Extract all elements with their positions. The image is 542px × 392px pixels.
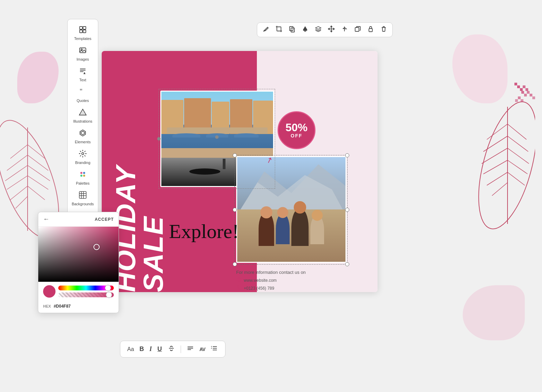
website-text: www.website.com — [244, 278, 277, 283]
flip-tool[interactable] — [341, 25, 348, 34]
svg-line-20 — [492, 183, 508, 196]
svg-rect-40 — [83, 27, 86, 29]
svg-rect-88 — [369, 29, 372, 32]
templates-icon — [79, 25, 87, 36]
svg-rect-87 — [355, 28, 359, 31]
fill-tool[interactable] — [302, 25, 309, 34]
images-label: Images — [77, 57, 89, 61]
svg-marker-86 — [344, 27, 347, 29]
bold-tool[interactable]: B — [140, 345, 144, 353]
svg-rect-27 — [517, 85, 520, 88]
illustrations-label: Illustrations — [73, 119, 92, 123]
elements-label: Elements — [75, 140, 91, 144]
badge-percent: 50% — [285, 122, 308, 133]
underline-tool[interactable]: U — [158, 345, 162, 353]
svg-line-12 — [28, 186, 45, 200]
svg-point-56 — [80, 175, 82, 177]
svg-line-9 — [28, 155, 48, 171]
svg-rect-75 — [291, 28, 294, 32]
position-tool[interactable] — [328, 25, 335, 34]
decor-pixel-right — [480, 76, 542, 180]
alpha-slider[interactable] — [58, 292, 114, 297]
color-sliders — [38, 282, 119, 301]
av-spacing-tool[interactable]: AV — [200, 347, 205, 352]
svg-line-8 — [28, 145, 45, 158]
phone-icon — [236, 285, 242, 291]
svg-rect-34 — [530, 94, 532, 96]
svg-line-6 — [10, 186, 28, 200]
layers-tool[interactable] — [315, 25, 322, 34]
hex-row: HEX #D04F87 — [38, 301, 119, 313]
sidebar-item-templates[interactable]: Templates — [68, 23, 98, 43]
svg-line-2 — [10, 145, 28, 158]
quotes-label: Quotes — [77, 99, 89, 103]
sidebar-item-elements[interactable]: Elements — [68, 126, 98, 147]
strikethrough-tool[interactable] — [168, 344, 175, 354]
toolbar-divider-1 — [181, 345, 181, 353]
svg-point-57 — [83, 175, 85, 177]
svg-point-55 — [83, 172, 85, 174]
explore-text: Explore! — [169, 220, 239, 243]
svg-rect-31 — [521, 91, 524, 94]
delete-tool[interactable] — [380, 25, 387, 34]
hex-value[interactable]: #D04F87 — [54, 304, 71, 309]
svg-rect-28 — [520, 88, 523, 91]
holiday-sale-text: HOLIDAY SALE — [112, 96, 167, 292]
branding-label: Branding — [75, 161, 90, 165]
bg-blob-right-bottom — [463, 285, 525, 340]
sidebar-item-backgrounds[interactable]: Backgrounds — [68, 188, 98, 209]
friends-image[interactable] — [236, 156, 347, 263]
templates-label: Templates — [74, 37, 91, 41]
canvas: HOLIDAY SALE — [102, 51, 378, 292]
italic-tool[interactable]: I — [150, 345, 152, 353]
svg-point-54 — [80, 172, 82, 174]
svg-marker-101 — [211, 348, 212, 349]
elements-icon — [79, 129, 87, 139]
hex-label: HEX — [43, 304, 51, 308]
sidebar-item-images[interactable]: Images — [68, 43, 98, 64]
hue-slider[interactable] — [58, 286, 114, 290]
contact-title: For more information contact us on — [236, 270, 306, 275]
crop-tool[interactable] — [275, 25, 282, 34]
align-tool[interactable] — [187, 344, 194, 354]
svg-marker-80 — [331, 26, 332, 27]
lock-tool[interactable] — [367, 25, 374, 34]
svg-line-10 — [28, 165, 50, 181]
alpha-handle[interactable] — [106, 292, 112, 298]
pen-tool[interactable] — [262, 25, 269, 34]
color-cursor — [93, 244, 100, 250]
bg-blob-left-top — [17, 52, 59, 103]
svg-line-7 — [16, 196, 28, 208]
svg-rect-36 — [518, 96, 521, 99]
svg-rect-33 — [527, 91, 530, 94]
svg-marker-83 — [333, 28, 334, 30]
copy-style-tool[interactable] — [289, 25, 295, 34]
quotes-icon: " — [79, 87, 87, 98]
svg-rect-39 — [80, 27, 82, 29]
font-size-tool[interactable]: Aa — [127, 346, 134, 352]
color-gradient-picker[interactable] — [38, 227, 119, 282]
sidebar-item-branding[interactable]: Branding — [68, 147, 98, 167]
sidebar-item-palettes[interactable]: Palettes — [68, 167, 98, 188]
svg-marker-85 — [342, 27, 344, 29]
sale-badge: 50% OFF — [278, 111, 315, 149]
hue-handle[interactable] — [105, 285, 111, 291]
svg-marker-82 — [328, 28, 329, 30]
color-picker-header: ← ACCEPT — [38, 212, 119, 227]
svg-rect-41 — [80, 30, 82, 33]
svg-text:": " — [80, 87, 82, 95]
branding-icon — [79, 149, 87, 160]
color-picker-accept[interactable]: ACCEPT — [95, 217, 114, 222]
svg-rect-30 — [525, 88, 528, 91]
sidebar-item-quotes[interactable]: " Quotes — [68, 85, 98, 105]
color-picker-back[interactable]: ← — [43, 216, 49, 223]
sidebar-item-illustrations[interactable]: Illustrations — [68, 105, 98, 126]
svg-line-4 — [5, 165, 28, 181]
svg-rect-74 — [290, 27, 293, 31]
top-toolbar — [257, 22, 393, 37]
line-spacing-tool[interactable] — [211, 344, 218, 354]
duplicate-tool[interactable] — [354, 25, 361, 34]
sidebar-item-text[interactable]: Text — [68, 64, 98, 85]
text-toolbar: Aa B I U AV — [120, 341, 225, 358]
illustrations-icon — [79, 108, 87, 118]
